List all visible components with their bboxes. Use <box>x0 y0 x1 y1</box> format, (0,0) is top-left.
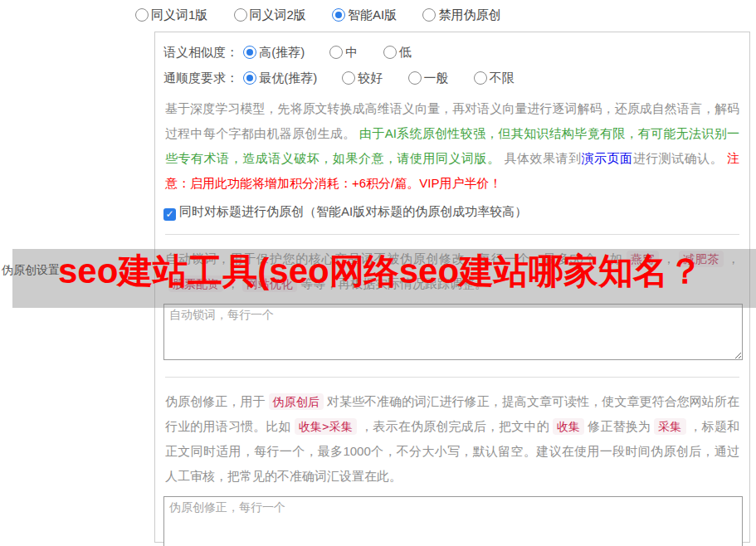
version-option-label: 同义词1版 <box>151 7 207 22</box>
radio-icon[interactable] <box>342 71 355 85</box>
fluency-option-label: 不限 <box>490 71 515 85</box>
similarity-option-label: 低 <box>399 45 412 59</box>
correction-text: 修正替换为 <box>588 419 651 433</box>
radio-selected-icon[interactable] <box>243 71 256 85</box>
fluency-option-label: 一般 <box>424 71 449 85</box>
correction-text: 伪原创修正，用于 <box>165 394 266 408</box>
similarity-option-label: 高(推荐) <box>259 45 305 59</box>
semantic-similarity-label: 语义相似度： <box>163 45 238 59</box>
fluency-option-label: 较好 <box>358 71 383 85</box>
correction-example: 伪原创后 <box>269 393 324 410</box>
correction-example: 收集 <box>553 418 584 435</box>
similarity-option-medium[interactable]: 中 <box>329 45 358 59</box>
version-option-synonym-v1[interactable]: 同义词1版 <box>135 7 207 22</box>
lock-words-text: 自动锁词，用于保护您的核心产品词不被伪原创修改，每行一个，最多50个，如 <box>165 251 623 266</box>
version-option-label: 禁用伪原创 <box>438 7 500 22</box>
fluency-row: 通顺度要求： 最优(推荐) 较好 一般 不限 <box>163 71 741 86</box>
description-text: 具体效果请到 <box>504 151 581 165</box>
ai-model-description: 基于深度学习模型，先将原文转换成高维语义向量，再对语义向量进行逐词解码，还原成自… <box>165 96 739 196</box>
radio-icon[interactable] <box>383 46 397 59</box>
fluency-label: 通顺度要求： <box>163 71 238 85</box>
similarity-option-label: 中 <box>345 45 358 59</box>
lock-word-example: 减肥茶 <box>679 251 724 267</box>
fluency-option-label: 最优(推荐) <box>259 71 317 85</box>
auto-lock-words-description: 自动锁词，用于保护您的核心产品词不被伪原创修改，每行一个，最多50个，如燕窝，减… <box>165 246 739 296</box>
correction-example: 收集>采集 <box>295 418 357 435</box>
correction-textarea[interactable] <box>163 496 743 546</box>
lock-words-text: ， <box>662 251 676 266</box>
title-checkbox-label: 同时对标题进行伪原创（智能AI版对标题的伪原创成功率较高） <box>179 204 527 218</box>
fluency-option-unlimited[interactable]: 不限 <box>474 71 515 85</box>
correction-example: 采集 <box>654 418 685 435</box>
version-option-synonym-v2[interactable]: 同义词2版 <box>234 7 306 22</box>
radio-icon[interactable] <box>135 8 149 22</box>
lock-word-example: 燕窝 <box>627 251 659 267</box>
correction-description: 伪原创修正，用于伪原创后对某些不准确的词汇进行修正，提高文章可读性，使文章更符合… <box>165 389 739 489</box>
radio-icon[interactable] <box>234 8 247 22</box>
version-option-label: 同义词2版 <box>250 7 306 22</box>
lock-words-text: ， <box>727 251 739 266</box>
version-option-smart-ai[interactable]: 智能AI版 <box>332 7 397 22</box>
radio-selected-icon[interactable] <box>332 8 345 22</box>
similarity-option-high[interactable]: 高(推荐) <box>243 45 305 59</box>
pseudo-original-settings-panel: 语义相似度： 高(推荐) 中 低 通顺度要求： 最优(推荐) 较好 一般 不限 … <box>154 32 750 543</box>
fluency-option-better[interactable]: 较好 <box>342 71 383 85</box>
fluency-option-best[interactable]: 最优(推荐) <box>243 71 317 85</box>
description-text: 进行测试确认。 <box>633 151 727 165</box>
version-option-label: 智能AI版 <box>348 7 397 22</box>
radio-selected-icon[interactable] <box>243 46 256 59</box>
form-row-label: 伪原创设置 <box>2 263 60 278</box>
lock-words-text: ， <box>227 276 239 290</box>
radio-icon[interactable] <box>408 71 422 85</box>
checkbox-checked-icon[interactable]: ✓ <box>163 208 176 221</box>
demo-page-link[interactable]: 演示页面 <box>582 151 633 165</box>
radio-icon[interactable] <box>422 8 436 22</box>
title-pseudo-original-checkbox-row[interactable]: ✓同时对标题进行伪原创（智能AI版对标题的伪原创成功率较高） <box>163 204 741 221</box>
lock-word-example: 股票配资 <box>168 275 223 292</box>
lock-words-text: 等等，再根据实际情况跟踪调整。 <box>300 276 487 290</box>
lock-word-example: 网站优化 <box>242 275 297 292</box>
section-divider <box>165 377 739 378</box>
auto-lock-words-textarea[interactable] <box>163 304 743 360</box>
pseudo-original-version-group: 同义词1版 同义词2版 智能AI版 禁用伪原创 <box>135 7 523 23</box>
section-divider <box>165 234 739 235</box>
semantic-similarity-row: 语义相似度： 高(推荐) 中 低 <box>163 45 741 61</box>
version-option-disable[interactable]: 禁用伪原创 <box>422 7 500 22</box>
radio-icon[interactable] <box>329 46 343 59</box>
radio-icon[interactable] <box>474 71 487 85</box>
correction-text: ，表示在伪原创完成后，把文中的 <box>360 419 549 433</box>
similarity-option-low[interactable]: 低 <box>383 45 412 59</box>
fluency-option-normal[interactable]: 一般 <box>408 71 449 85</box>
